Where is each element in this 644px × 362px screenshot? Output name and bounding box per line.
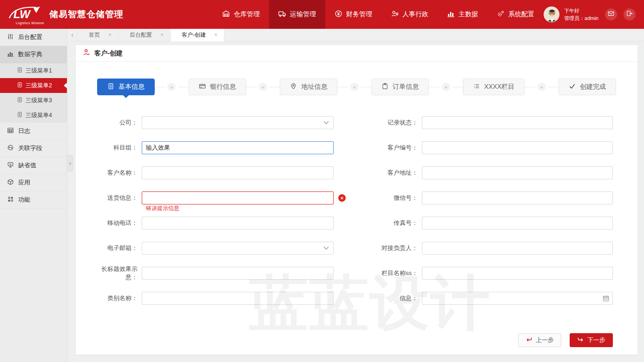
double-chevron-icon: » bbox=[350, 83, 359, 91]
step-address-info[interactable]: 地址信息 bbox=[280, 79, 337, 95]
sidebar-item-linked-fields[interactable]: 关联字段 bbox=[0, 140, 67, 157]
category-name-input[interactable] bbox=[142, 292, 334, 305]
field-label: 长标题效果示意： bbox=[93, 265, 142, 282]
email-select[interactable] bbox=[142, 242, 334, 255]
subject-group-input[interactable] bbox=[142, 141, 334, 154]
mail-button[interactable] bbox=[605, 8, 617, 20]
nav-finance[interactable]: 财务管理 bbox=[325, 0, 381, 29]
grid-table-icon bbox=[7, 127, 14, 135]
customer-address-input[interactable] bbox=[422, 166, 613, 179]
nav-system-config[interactable]: 系统配置 bbox=[487, 0, 544, 29]
form-row: 类别名称： bbox=[93, 286, 334, 311]
form-row: 移动电话： bbox=[93, 211, 334, 236]
form-row: 公司： bbox=[93, 110, 334, 135]
nav-warehouse[interactable]: 仓库管理 bbox=[213, 0, 269, 29]
nav-label: 财务管理 bbox=[346, 10, 372, 19]
sidebar-subitem-menu1[interactable]: 三级菜单1 bbox=[0, 63, 67, 78]
monitor-icon bbox=[7, 161, 14, 170]
form-row: 客户名称： bbox=[93, 160, 334, 185]
close-icon[interactable]: × bbox=[160, 32, 164, 38]
tab-home[interactable]: 首页 × bbox=[78, 29, 118, 41]
app-logo-icon: LW Logistics Wisdom bbox=[7, 5, 43, 24]
sidebar-item-application[interactable]: 应用 bbox=[0, 174, 67, 191]
form-right-column: 记录状态： 客户编号： 客户地址： bbox=[373, 110, 613, 311]
nav-label: 主数据 bbox=[459, 10, 478, 19]
chevron-down-icon[interactable] bbox=[323, 246, 329, 250]
link-icon bbox=[7, 144, 14, 152]
nav-transport[interactable]: 运输管理 bbox=[269, 0, 325, 29]
double-chevron-icon: » bbox=[167, 83, 176, 91]
sidebar-subitem-menu2[interactable]: 三级菜单2 bbox=[0, 78, 67, 93]
top-header: LW Logistics Wisdom 储易智慧仓储管理 仓库管理 运输管理 财… bbox=[0, 0, 644, 29]
sidebar-item-default-value[interactable]: 缺省值 bbox=[0, 157, 67, 174]
sidebar-item-data-dictionary[interactable]: 数据字典 bbox=[0, 46, 67, 63]
company-select[interactable] bbox=[142, 116, 334, 129]
field-label: 微信号： bbox=[373, 194, 422, 202]
sidebar-subitem-menu4[interactable]: 三级菜单4 bbox=[0, 108, 67, 123]
field-label: 送货信息： bbox=[93, 194, 142, 202]
tab-label: 后台配置 bbox=[130, 31, 152, 39]
close-icon[interactable]: × bbox=[108, 32, 112, 38]
nav-master-data[interactable]: 主数据 bbox=[438, 0, 487, 29]
sidebar-item-label: 功能 bbox=[18, 196, 30, 204]
button-label: 下一步 bbox=[587, 336, 605, 344]
mobile-phone-input[interactable] bbox=[142, 217, 334, 230]
step-xxxx-column[interactable]: XXXX栏目 bbox=[463, 79, 525, 95]
wechat-input[interactable] bbox=[422, 191, 613, 204]
fax-input[interactable] bbox=[422, 217, 613, 230]
document-icon bbox=[17, 112, 23, 119]
step-label: 创建完成 bbox=[580, 83, 606, 91]
field-label: 公司： bbox=[93, 118, 142, 127]
user-avatar[interactable] bbox=[544, 7, 559, 22]
field-label: 记录状态： bbox=[373, 118, 422, 127]
sidebar-item-functions[interactable]: 功能 bbox=[0, 191, 67, 209]
field-label: 传真号： bbox=[373, 219, 422, 227]
form-row: 信息： bbox=[373, 286, 613, 311]
logout-button[interactable] bbox=[624, 8, 636, 20]
chevron-left-icon: ‹ bbox=[71, 31, 73, 39]
step-order-info[interactable]: 订单信息 bbox=[371, 79, 429, 95]
step-bank-info[interactable]: 银行信息 bbox=[189, 79, 246, 95]
double-chevron-icon: » bbox=[442, 83, 450, 91]
document-icon bbox=[17, 67, 23, 74]
list-icon bbox=[473, 83, 480, 91]
customer-number-input[interactable] bbox=[422, 141, 613, 154]
sidebar-item-backend-config[interactable]: 后台配置 bbox=[0, 29, 67, 46]
content-card: 客户-创建 基本信息 » 银行信息 » bbox=[76, 45, 637, 355]
close-icon[interactable]: × bbox=[214, 32, 217, 38]
step-basic-info[interactable]: 基本信息 bbox=[97, 79, 155, 95]
step-connector: » bbox=[246, 83, 280, 91]
sidebar-item-label: 日志 bbox=[18, 127, 30, 135]
user-role: 管理员：admin bbox=[564, 14, 598, 22]
tab-customer-create[interactable]: 客户-创建 × bbox=[171, 29, 224, 41]
form-row: 栏目名称ss： bbox=[373, 261, 613, 286]
step-label: 订单信息 bbox=[393, 83, 419, 91]
page-title: 客户-创建 bbox=[94, 49, 123, 58]
sidebar-subitem-label: 三级菜单4 bbox=[26, 112, 52, 119]
info-date-input[interactable] bbox=[422, 292, 613, 305]
delivery-info-input[interactable] bbox=[142, 191, 334, 204]
form-row: 电子邮箱： bbox=[93, 236, 334, 261]
customer-name-input[interactable] bbox=[142, 166, 334, 179]
chevron-down-icon[interactable] bbox=[323, 121, 329, 125]
sidebar-subitem-menu3[interactable]: 三级菜单3 bbox=[0, 93, 67, 108]
next-step-button[interactable]: 下一步 bbox=[570, 333, 613, 347]
sidebar-item-logs[interactable]: 日志 bbox=[0, 123, 67, 140]
prev-step-button[interactable]: 上一步 bbox=[518, 333, 561, 347]
tabs-back-button[interactable]: ‹ bbox=[67, 29, 78, 41]
bar-chart-icon bbox=[447, 10, 455, 19]
long-title-input[interactable] bbox=[142, 267, 334, 280]
nav-label: 仓库管理 bbox=[234, 10, 260, 19]
record-status-input[interactable] bbox=[422, 116, 613, 129]
step-create-complete[interactable]: 创建完成 bbox=[559, 79, 616, 95]
tab-backend-config[interactable]: 后台配置 × bbox=[118, 29, 171, 41]
step-connector: » bbox=[525, 83, 559, 91]
arrow-back-icon bbox=[526, 336, 532, 344]
app-root: LW Logistics Wisdom 储易智慧仓储管理 仓库管理 运输管理 财… bbox=[0, 0, 644, 362]
form-row: 微信号： bbox=[373, 185, 613, 211]
nav-hr[interactable]: 人事行政 bbox=[381, 0, 438, 29]
contact-person-input[interactable] bbox=[422, 242, 613, 255]
column-name-input[interactable] bbox=[422, 267, 613, 280]
calendar-icon[interactable] bbox=[603, 295, 609, 302]
customer-form: 公司： 科目组： 客户名称： bbox=[76, 110, 637, 311]
